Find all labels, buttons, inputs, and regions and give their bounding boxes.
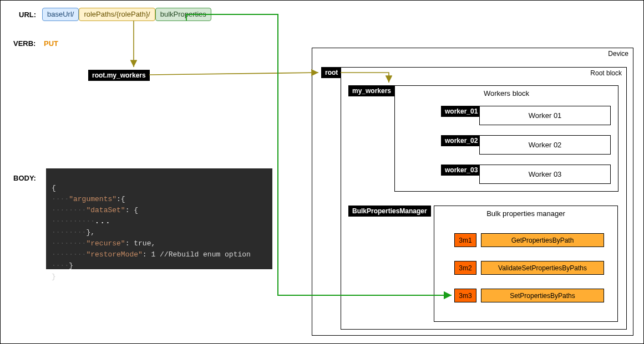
method-1-idx: 3m1 xyxy=(454,233,476,247)
worker-01-title: Worker 01 xyxy=(529,111,562,120)
bulk-manager-title: Bulk properties manager xyxy=(434,206,617,218)
worker-02-title: Worker 02 xyxy=(529,141,562,149)
url-label: URL: xyxy=(19,11,36,19)
bulk-manager-tag: BulkPropertiesManager xyxy=(348,206,431,217)
root-tag: root xyxy=(321,67,342,78)
code-l2-key: "arguments" xyxy=(69,195,116,203)
code-l3-key: "dataSet" xyxy=(86,206,125,214)
rolepath-value-tag: root.my_workers xyxy=(88,70,150,81)
code-l7-key: "restoreMode" xyxy=(86,250,142,259)
method-2-label: ValidateSetPropertiesByPaths xyxy=(481,261,604,275)
code-l3-rest: : { xyxy=(125,206,138,214)
code-l6-rest: : true, xyxy=(125,239,156,248)
worker-02-box: Worker 02 xyxy=(479,135,611,155)
body-label: BODY: xyxy=(13,174,36,182)
worker-03-tag: worker_03 xyxy=(441,165,481,176)
worker-03-box: Worker 03 xyxy=(479,165,611,184)
method-1-label: GetPropertiesByPath xyxy=(481,233,604,247)
url-pill-row: baseUrl/rolePaths/{rolePath}/bulkPropert… xyxy=(42,8,211,21)
code-l5-dots: ········ xyxy=(52,228,86,237)
code-l8-dots: ···· xyxy=(52,261,69,270)
method-3-label: SetPropertiesByPaths xyxy=(481,289,604,302)
code-l6-dots: ········ xyxy=(52,239,86,248)
verb-label: VERB: xyxy=(13,39,36,48)
code-l2-rest: :{ xyxy=(116,195,125,203)
body-code: { ····"arguments":{ ········"dataSet": {… xyxy=(46,168,272,269)
root-block-title: Root block xyxy=(590,69,622,77)
code-l5-rest: }, xyxy=(86,228,95,237)
worker-02-tag: worker_02 xyxy=(441,135,481,146)
code-l4-dots: ·········· xyxy=(52,217,95,225)
device-title: Device xyxy=(608,50,628,58)
worker-01-box: Worker 01 xyxy=(479,106,611,125)
url-part-bulk: bulkProperties xyxy=(155,8,211,21)
code-l9: } xyxy=(52,273,56,281)
method-2-idx: 3m2 xyxy=(454,261,476,275)
method-3-idx: 3m3 xyxy=(454,289,476,302)
code-l7-dots: ········ xyxy=(52,250,86,259)
code-l4-ellipsis: ... xyxy=(95,217,111,225)
verb-value: PUT xyxy=(44,39,58,48)
my-workers-tag: my_workers xyxy=(348,85,395,96)
code-l1: { xyxy=(52,184,56,192)
code-l7-rest: : 1 //Rebuild enum option xyxy=(143,250,251,259)
url-part-base: baseUrl/ xyxy=(42,8,79,21)
workers-block-title: Workers block xyxy=(395,86,618,97)
code-l8-rest: } xyxy=(69,261,73,270)
code-l6-key: "recurse" xyxy=(86,239,125,248)
code-l2-dots: ···· xyxy=(52,195,69,203)
arrow-tag-to-root xyxy=(149,73,318,75)
url-part-role: rolePaths/{rolePath}/ xyxy=(79,8,155,21)
worker-01-tag: worker_01 xyxy=(441,106,481,117)
worker-03-title: Worker 03 xyxy=(529,170,562,178)
code-l3-dots: ········ xyxy=(52,206,86,214)
